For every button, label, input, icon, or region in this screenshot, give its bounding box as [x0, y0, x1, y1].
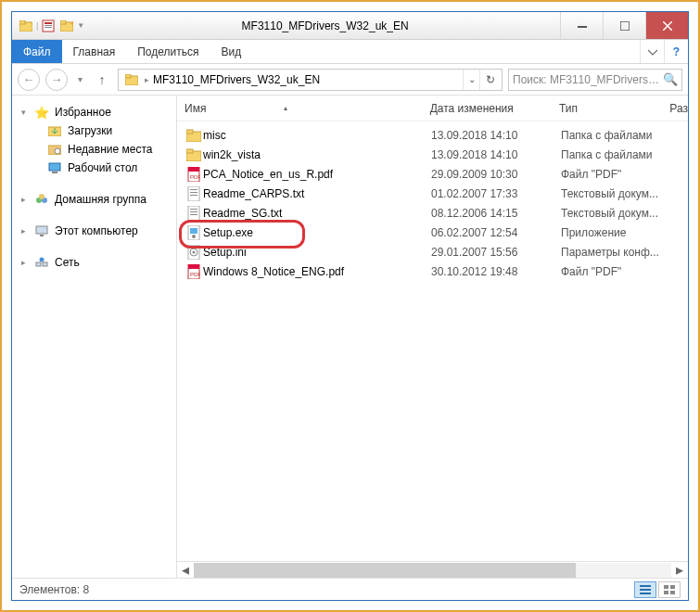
file-date: 06.02.2007 12:54 — [431, 226, 561, 239]
scroll-left-icon[interactable]: ◂ — [177, 561, 194, 579]
ribbon-expand-icon[interactable] — [640, 40, 664, 63]
window-title: MF3110_MFDrivers_W32_uk_EN — [90, 19, 560, 32]
forward-button[interactable]: → — [45, 69, 68, 91]
tab-share[interactable]: Поделиться — [126, 40, 210, 63]
nav-recent[interactable]: Недавние места — [12, 140, 176, 159]
new-folder-icon[interactable]: ✦ — [58, 18, 75, 34]
pdf-icon: PDF — [185, 264, 203, 279]
search-icon[interactable]: 🔍 — [663, 72, 678, 86]
nav-favorites[interactable]: ▾ ⭐ Избранное — [12, 103, 176, 121]
chevron-right-icon[interactable]: ▸ — [21, 226, 29, 236]
minimize-button[interactable] — [560, 12, 603, 39]
column-size[interactable]: Раз — [669, 102, 688, 115]
view-details-button[interactable] — [634, 581, 656, 598]
nav-computer[interactable]: ▸ Этот компьютер — [12, 222, 176, 240]
svg-rect-55 — [664, 585, 668, 589]
file-date: 13.09.2018 14:10 — [431, 148, 561, 161]
chevron-right-icon[interactable]: ▸ — [21, 258, 29, 267]
svg-point-48 — [193, 250, 196, 253]
help-icon[interactable]: ? — [664, 40, 688, 63]
svg-rect-41 — [190, 211, 197, 212]
file-date: 01.02.2007 17:33 — [431, 187, 561, 200]
svg-rect-1 — [19, 20, 25, 24]
view-icons-button[interactable] — [658, 581, 681, 598]
file-name: Readme_SG.txt — [203, 207, 431, 220]
refresh-icon[interactable]: ↻ — [479, 70, 500, 90]
nav-homegroup[interactable]: ▸ Домашняя группа — [12, 190, 176, 209]
file-row[interactable]: misc13.09.2018 14:10Папка с файлами — [177, 125, 688, 145]
column-type[interactable]: Тип — [559, 102, 669, 115]
tab-home[interactable]: Главная — [62, 40, 127, 63]
svg-rect-58 — [670, 591, 675, 594]
desktop-icon — [47, 160, 62, 175]
file-row[interactable]: Readme_SG.txt08.12.2006 14:15Текстовый д… — [177, 203, 688, 223]
file-date: 29.01.2007 15:56 — [431, 246, 561, 259]
search-placeholder: Поиск: MF3110_MFDrivers_W... — [513, 73, 663, 86]
up-button[interactable]: ↑ — [92, 70, 112, 90]
folder-icon — [18, 18, 34, 34]
explorer-window: | ✦ ▼ MF3110_MFDrivers_W32_uk_EN Файл Гл… — [11, 11, 689, 601]
file-type: Папка с файлами — [561, 148, 681, 161]
file-row[interactable]: win2k_vista13.09.2018 14:10Папка с файла… — [177, 145, 688, 164]
svg-text:PDF: PDF — [190, 174, 200, 180]
svg-text:✦: ✦ — [70, 20, 73, 28]
file-name: PCA_Notice_en_us_R.pdf — [203, 168, 431, 181]
txt-icon — [185, 206, 203, 221]
svg-rect-57 — [664, 591, 668, 594]
horizontal-scrollbar[interactable]: ◂ ▸ — [177, 561, 688, 578]
close-button[interactable] — [645, 12, 688, 39]
nav-network[interactable]: ▸ Сеть — [12, 253, 176, 272]
svg-point-17 — [55, 148, 60, 154]
svg-rect-39 — [188, 206, 199, 221]
svg-rect-24 — [40, 235, 44, 236]
file-name: Setup.exe — [203, 226, 431, 239]
chevron-right-icon[interactable]: ▸ — [21, 195, 29, 204]
file-type: Папка с файлами — [561, 129, 681, 142]
svg-rect-18 — [49, 163, 60, 171]
back-button[interactable]: ← — [18, 69, 40, 91]
address-box[interactable]: ▸ MF3110_MFDrivers_W32_uk_EN ⌄ ↻ — [118, 69, 503, 91]
chevron-right-icon[interactable]: ▸ — [143, 75, 151, 84]
file-name: Windows 8_Notice_ENG.pdf — [203, 265, 431, 278]
navigation-pane: ▾ ⭐ Избранное Загрузки Недавние места Ра… — [12, 96, 177, 578]
svg-rect-50 — [188, 264, 199, 269]
qat-dropdown-icon[interactable]: ▼ — [77, 21, 84, 30]
file-type: Файл "PDF" — [561, 168, 681, 181]
breadcrumb[interactable]: MF3110_MFDrivers_W32_uk_EN — [151, 73, 322, 86]
search-input[interactable]: Поиск: MF3110_MFDrivers_W... 🔍 — [508, 69, 682, 91]
svg-point-27 — [40, 258, 45, 262]
scroll-right-icon[interactable]: ▸ — [671, 561, 688, 579]
maximize-button[interactable] — [603, 12, 645, 39]
file-row[interactable]: Setup.ini29.01.2007 15:56Параметры конф.… — [177, 242, 688, 261]
svg-rect-10 — [620, 21, 630, 31]
nav-desktop[interactable]: Рабочий стол — [12, 159, 176, 177]
svg-rect-26 — [43, 262, 47, 266]
history-dropdown-icon[interactable]: ▾ — [73, 74, 86, 84]
file-list[interactable]: misc13.09.2018 14:10Папка с файламиwin2k… — [177, 121, 688, 561]
file-name: misc — [203, 129, 431, 142]
svg-rect-33 — [188, 167, 199, 172]
svg-rect-7 — [60, 20, 66, 24]
properties-icon[interactable] — [40, 18, 57, 34]
file-row[interactable]: Setup.exe06.02.2007 12:54Приложение — [177, 223, 688, 242]
file-row[interactable]: Readme_CARPS.txt01.02.2007 17:33Текстовы… — [177, 184, 688, 203]
tab-file[interactable]: Файл — [12, 40, 62, 63]
file-row[interactable]: PDFPCA_Notice_en_us_R.pdf29.09.2009 10:3… — [177, 164, 688, 184]
address-dropdown-icon[interactable]: ⌄ — [463, 70, 479, 90]
file-type: Текстовый докум... — [561, 187, 681, 200]
file-row[interactable]: PDFWindows 8_Notice_ENG.pdf30.10.2012 19… — [177, 261, 688, 281]
folder-icon — [185, 147, 203, 162]
column-date[interactable]: Дата изменения — [430, 102, 559, 115]
tab-view[interactable]: Вид — [210, 40, 252, 63]
svg-rect-5 — [45, 27, 52, 28]
status-bar: Элементов: 8 — [12, 578, 688, 600]
column-name[interactable]: Имя▴ — [185, 102, 430, 115]
nav-downloads[interactable]: Загрузки — [12, 121, 176, 140]
chevron-down-icon[interactable]: ▾ — [21, 108, 29, 117]
svg-rect-37 — [190, 192, 197, 193]
svg-rect-52 — [640, 585, 651, 587]
scroll-thumb[interactable] — [194, 563, 576, 578]
qat-separator: | — [36, 21, 38, 31]
folder-icon — [123, 71, 140, 88]
downloads-icon — [47, 123, 62, 138]
